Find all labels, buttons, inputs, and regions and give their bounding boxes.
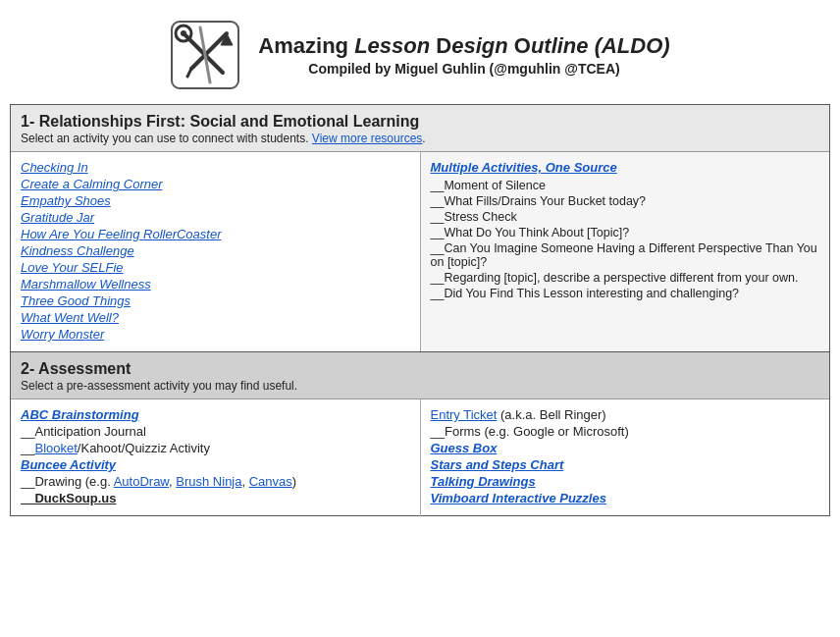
link-empathy-shoes[interactable]: Empathy Shoes xyxy=(21,193,410,208)
svg-line-7 xyxy=(200,27,210,82)
title-span1: Amazing xyxy=(258,33,354,58)
right-item-5: __Regarding [topic], describe a perspect… xyxy=(431,271,820,285)
link-talking-drawings[interactable]: Talking Drawings xyxy=(431,474,820,489)
right-item-3: __What Do You Think About [Topic]? xyxy=(431,226,820,239)
section2-heading: 2- Assessment xyxy=(21,360,819,378)
section1-header-cell: 1- Relationships First: Social and Emoti… xyxy=(11,105,830,153)
text-drawing: __Drawing (e.g. AutoDraw, Brush Ninja, C… xyxy=(21,474,410,489)
section1-heading: 1- Relationships First: Social and Emoti… xyxy=(21,113,819,131)
right-item-2: __Stress Check xyxy=(431,210,820,224)
text-entry-ticket: Entry Ticket (a.k.a. Bell Ringer) xyxy=(431,407,820,422)
link-stars-steps-chart[interactable]: Stars and Steps Chart xyxy=(431,457,820,472)
main-title: Amazing Lesson Design Outline (ALDO) xyxy=(258,33,669,59)
link-vimboard[interactable]: Vimboard Interactive Puzzles xyxy=(431,491,820,505)
text-ducksoap: __DuckSoup.us xyxy=(21,491,410,505)
link-kindness-challenge[interactable]: Kindness Challenge xyxy=(21,243,410,258)
header-text-block: Amazing Lesson Design Outline (ALDO) Com… xyxy=(258,33,669,77)
title-span3: O xyxy=(514,33,531,58)
link-rollercoaster[interactable]: How Are You Feeling RollerCoaster xyxy=(21,227,410,241)
view-more-link[interactable]: View more resources xyxy=(312,132,423,145)
subtitle: Compiled by Miguel Guhlin (@mguhlin @TCE… xyxy=(258,61,669,77)
link-love-selfie[interactable]: Love Your SELFie xyxy=(21,260,410,275)
section2-description: Select a pre-assessment activity you may… xyxy=(21,379,819,393)
section1-right-col: Multiple Activities, One Source __Moment… xyxy=(420,152,830,352)
link-what-went-well[interactable]: What Went Well? xyxy=(21,310,410,325)
link-brush-ninja[interactable]: Brush Ninja xyxy=(176,474,241,489)
text-anticipation-journal: __Anticipation Journal xyxy=(21,424,410,439)
link-blooket[interactable]: Blooket xyxy=(34,441,77,455)
right-item-4: __Can You Imagine Someone Having a Diffe… xyxy=(431,241,820,269)
svg-line-6 xyxy=(187,69,191,77)
link-buncee-activity[interactable]: Buncee Activity xyxy=(21,457,410,472)
right-item-0: __Moment of Silence xyxy=(431,179,820,192)
section2-header-cell: 2- Assessment Select a pre-assessment ac… xyxy=(11,352,830,400)
link-abc-brainstorming[interactable]: ABC Brainstorming xyxy=(21,407,410,422)
svg-line-4 xyxy=(191,33,227,69)
header: Amazing Lesson Design Outline (ALDO) Com… xyxy=(10,10,830,104)
svg-point-3 xyxy=(181,30,186,36)
right-item-1: __What Fills/Drains Your Bucket today? xyxy=(431,194,820,208)
link-entry-ticket[interactable]: Entry Ticket xyxy=(431,407,498,422)
link-gratitude-jar[interactable]: Gratitude Jar xyxy=(21,210,410,225)
section1-left-col: Checking In Create a Calming Corner Empa… xyxy=(11,152,421,352)
link-three-good-things[interactable]: Three Good Things xyxy=(21,293,410,308)
title-italic1: Lesson xyxy=(354,33,436,58)
section1-header: 1- Relationships First: Social and Emoti… xyxy=(11,105,829,152)
link-canvas[interactable]: Canvas xyxy=(249,474,292,489)
section2-left-col: ABC Brainstorming __Anticipation Journal… xyxy=(11,399,421,516)
link-marshmallow-wellness[interactable]: Marshmallow Wellness xyxy=(21,277,410,292)
section1-description: Select an activity you can use to connec… xyxy=(21,132,819,145)
section2-right-col: Entry Ticket (a.k.a. Bell Ringer) __Form… xyxy=(420,399,830,516)
section1-desc-text: Select an activity you can use to connec… xyxy=(21,132,309,145)
title-span2: D xyxy=(436,33,451,58)
title-italic3: utline (ALDO) xyxy=(531,33,670,58)
title-italic2: esign xyxy=(451,33,514,58)
link-guess-box[interactable]: Guess Box xyxy=(431,441,820,455)
logo-icon xyxy=(170,20,240,90)
link-checking-in[interactable]: Checking In xyxy=(21,160,410,175)
section2-header: 2- Assessment Select a pre-assessment ac… xyxy=(11,352,829,399)
right-item-6: __Did You Find This Lesson interesting a… xyxy=(431,287,820,300)
link-calming-corner[interactable]: Create a Calming Corner xyxy=(21,177,410,191)
text-blooket: __Blooket/Kahoot/Quizziz Activity xyxy=(21,441,410,455)
link-autodraw[interactable]: AutoDraw xyxy=(114,474,169,489)
text-forms: __Forms (e.g. Google or Microsoft) xyxy=(431,424,820,439)
multiple-activities-link[interactable]: Multiple Activities, One Source xyxy=(431,160,820,175)
link-worry-monster[interactable]: Worry Monster xyxy=(21,327,410,342)
main-content-table: 1- Relationships First: Social and Emoti… xyxy=(10,104,830,516)
